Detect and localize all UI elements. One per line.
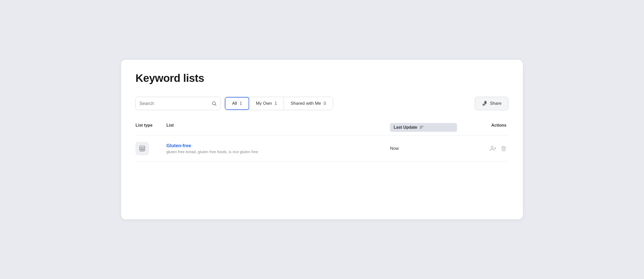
row-actions-cell [457, 145, 509, 152]
filter-shared-count: 0 [324, 101, 326, 106]
col-header-list: List [166, 123, 390, 132]
table-row: Gluten-free gluten free bread, gluten fr… [135, 136, 509, 162]
filter-all-count: 1 [240, 101, 242, 106]
list-info-cell: Gluten-free gluten free bread, gluten fr… [166, 143, 390, 154]
share-label: Share [490, 101, 502, 106]
list-name[interactable]: Gluten-free [166, 143, 390, 149]
trash-icon [501, 146, 506, 151]
toolbar: All 1 My Own 1 Shared with Me 0 [135, 97, 509, 110]
search-input[interactable] [139, 101, 211, 106]
main-card: Keyword lists All 1 My Own 1 Shared with… [121, 60, 523, 219]
filter-shared-button[interactable]: Shared with Me 0 [284, 97, 333, 110]
share-icon [482, 101, 487, 106]
col-header-actions: Actions [457, 123, 509, 132]
col-header-last-update[interactable]: Last Update [390, 123, 457, 132]
list-keywords: gluten free bread, gluten free foods, is… [166, 150, 390, 154]
list-type-cell [135, 142, 166, 155]
svg-line-1 [215, 104, 216, 106]
table-header: List type List Last Update Actions [135, 119, 509, 136]
sort-icon [419, 125, 424, 130]
svg-point-15 [491, 146, 493, 148]
search-icon [211, 101, 217, 106]
last-update-cell: Now [390, 146, 457, 151]
filter-all-button[interactable]: All 1 [225, 97, 249, 110]
filter-myown-button[interactable]: My Own 1 [249, 97, 284, 110]
search-wrapper [135, 97, 221, 110]
filter-all-label: All [232, 101, 237, 106]
share-button[interactable]: Share [475, 97, 509, 110]
list-type-icon [135, 142, 149, 155]
filter-myown-count: 1 [275, 101, 277, 106]
col-header-list-type: List type [135, 123, 166, 132]
add-user-icon [490, 145, 496, 152]
svg-rect-10 [140, 146, 145, 151]
filter-shared-label: Shared with Me [291, 101, 321, 106]
table-icon [139, 145, 146, 152]
delete-button[interactable] [501, 146, 506, 151]
search-button[interactable] [211, 101, 217, 106]
page-title: Keyword lists [135, 72, 509, 84]
filter-myown-label: My Own [256, 101, 272, 106]
filter-group: All 1 My Own 1 Shared with Me 0 [225, 97, 333, 110]
add-user-button[interactable] [490, 145, 496, 152]
